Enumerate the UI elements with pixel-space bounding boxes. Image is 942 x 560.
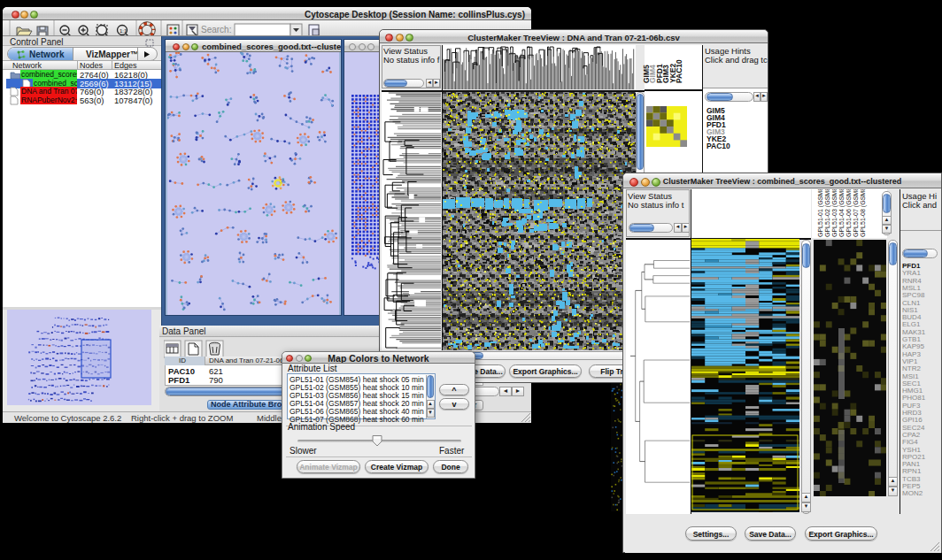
svg-text:1:1: 1:1 bbox=[120, 28, 127, 34]
svg-text:Search:: Search: bbox=[201, 25, 231, 35]
